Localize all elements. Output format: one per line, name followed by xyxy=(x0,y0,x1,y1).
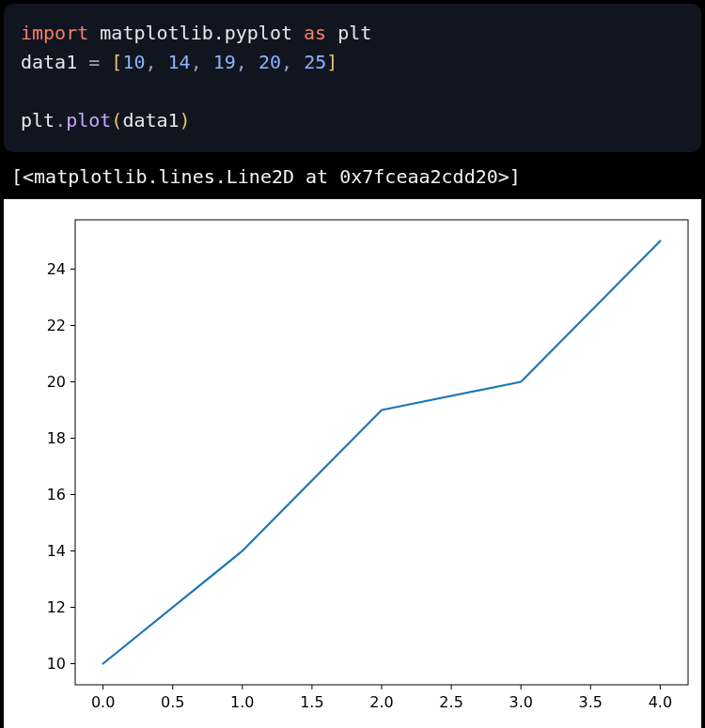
axes-spine xyxy=(75,220,688,685)
y-tick-label: 16 xyxy=(47,486,66,503)
list-num-0: 10 xyxy=(122,51,145,73)
list-num-2: 19 xyxy=(213,51,236,73)
comma-3: , xyxy=(281,51,304,73)
paren-open: ( xyxy=(111,109,122,132)
comma-0: , xyxy=(145,51,167,73)
list-num-4: 25 xyxy=(304,51,326,73)
x-tick-label: 1.0 xyxy=(230,693,254,711)
code-blank-line xyxy=(21,77,684,106)
bracket-close: ] xyxy=(326,51,337,73)
y-tick-label: 18 xyxy=(47,429,66,447)
comma-2: , xyxy=(236,51,258,73)
list-num-1: 14 xyxy=(168,51,191,73)
code-cell: import matplotlib.pyplot as plt data1 = … xyxy=(4,4,701,152)
data-line xyxy=(103,241,661,664)
x-tick-label: 4.0 xyxy=(649,693,672,711)
code-line-3: plt.plot(data1) xyxy=(21,106,684,135)
call-arg: data1 xyxy=(122,109,179,132)
y-tick-label: 14 xyxy=(47,542,66,560)
module-alias: plt xyxy=(337,22,371,44)
y-tick-label: 10 xyxy=(47,655,66,673)
keyword-import: import xyxy=(21,22,88,44)
assign-op: = xyxy=(77,51,111,73)
module-name: matplotlib.pyplot xyxy=(100,22,292,44)
y-tick-label: 12 xyxy=(47,598,66,616)
dot-op: . xyxy=(55,109,66,132)
code-line-2: data1 = [10, 14, 19, 20, 25] xyxy=(21,48,684,77)
var-name: data1 xyxy=(21,51,77,73)
list-num-3: 20 xyxy=(258,51,281,73)
y-axis-ticks: 1012141618202224 xyxy=(47,260,75,673)
x-tick-label: 2.5 xyxy=(439,693,462,711)
bracket-open: [ xyxy=(111,51,122,73)
y-tick-label: 24 xyxy=(47,260,66,278)
x-tick-label: 1.5 xyxy=(300,693,323,711)
call-object: plt xyxy=(21,109,55,132)
paren-close: ) xyxy=(180,109,191,132)
x-tick-label: 3.0 xyxy=(509,693,532,711)
x-tick-label: 2.0 xyxy=(369,693,393,711)
x-tick-label: 0.5 xyxy=(161,693,184,711)
code-line-1: import matplotlib.pyplot as plt xyxy=(21,19,684,48)
x-tick-label: 0.0 xyxy=(91,693,115,711)
keyword-as: as xyxy=(304,22,326,44)
comma-1: , xyxy=(191,51,213,73)
x-tick-label: 3.5 xyxy=(579,693,603,711)
output-repr: [<matplotlib.lines.Line2D at 0x7fceaa2cd… xyxy=(0,152,705,199)
y-tick-label: 22 xyxy=(47,317,66,334)
call-method: plot xyxy=(66,109,111,132)
x-axis-ticks: 0.00.51.01.52.02.53.03.54.0 xyxy=(91,685,672,711)
chart-output: 0.00.51.01.52.02.53.03.54.0 101214161820… xyxy=(4,199,701,728)
y-tick-label: 20 xyxy=(47,373,66,391)
line-chart: 0.00.51.01.52.02.53.03.54.0 101214161820… xyxy=(9,210,697,724)
